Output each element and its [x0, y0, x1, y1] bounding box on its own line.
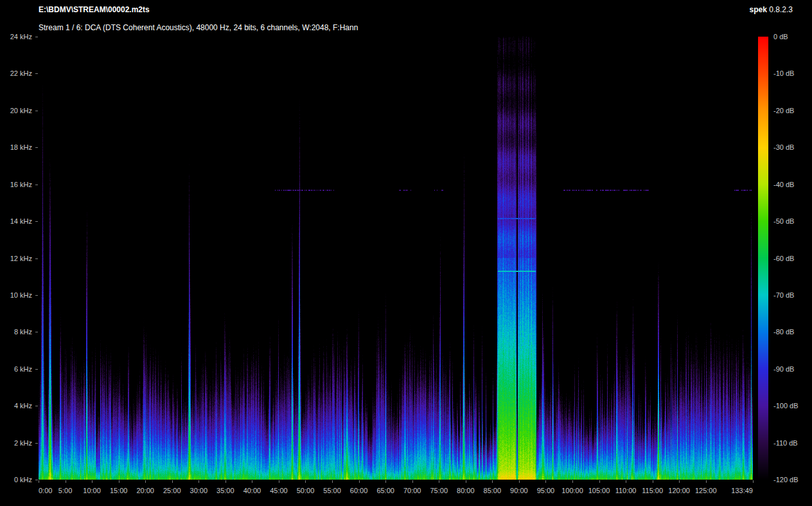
time-tick	[412, 480, 413, 483]
time-tick-label: 115:00	[642, 487, 663, 494]
freq-tick-label: 4 kHz	[0, 402, 32, 410]
db-tick-label: -70 dB	[773, 291, 794, 299]
db-tick-label: -20 dB	[773, 107, 794, 114]
time-tick-label: 110:00	[615, 487, 637, 494]
time-tick-label: 20:00	[136, 487, 154, 494]
time-tick	[359, 480, 360, 483]
time-tick	[439, 480, 439, 483]
time-tick	[225, 480, 226, 483]
freq-tick-label: 20 kHz	[0, 107, 32, 114]
time-tick-label: 90:00	[510, 487, 528, 494]
time-tick	[66, 480, 66, 483]
freq-tick	[35, 443, 38, 444]
time-tick	[305, 480, 306, 483]
db-tick-label: -50 dB	[773, 217, 794, 225]
time-tick-label: 15:00	[110, 487, 128, 494]
freq-tick	[35, 185, 38, 185]
freq-tick	[35, 480, 38, 480]
freq-tick	[35, 147, 38, 148]
freq-tick	[35, 369, 38, 370]
time-tick	[706, 480, 707, 483]
time-tick-label: 75:00	[430, 487, 448, 494]
freq-tick-label: 2 kHz	[0, 439, 32, 447]
time-tick	[572, 480, 573, 483]
file-path: E:\BDMV\STREAM\00002.m2ts	[39, 5, 150, 14]
freq-tick-label: 8 kHz	[0, 328, 32, 336]
db-tick-label: 0 dB	[773, 33, 788, 41]
db-tick-label: -90 dB	[773, 365, 794, 373]
db-tick-label: -40 dB	[773, 181, 794, 188]
time-tick-label: 10:00	[83, 487, 101, 494]
time-tick	[279, 480, 279, 483]
legend-gradient	[758, 37, 768, 480]
time-tick	[753, 480, 754, 483]
freq-tick-label: 24 kHz	[0, 33, 32, 41]
time-tick-label: 30:00	[190, 487, 208, 494]
time-tick	[199, 480, 199, 483]
time-tick	[39, 480, 39, 483]
time-tick-label: 133:49	[731, 487, 753, 494]
time-tick	[653, 480, 653, 483]
time-tick-label: 65:00	[376, 487, 394, 494]
time-tick-label: 125:00	[695, 487, 717, 494]
db-tick-label: -120 dB	[773, 476, 799, 483]
time-tick-label: 95:00	[537, 487, 555, 494]
freq-tick	[35, 258, 38, 259]
freq-tick	[35, 37, 38, 37]
time-tick	[599, 480, 600, 483]
time-tick-label: 60:00	[350, 487, 368, 494]
freq-tick-label: 22 kHz	[0, 69, 32, 77]
db-tick-label: -110 dB	[773, 439, 798, 447]
time-tick	[145, 480, 146, 483]
stream-info: Stream 1 / 6: DCA (DTS Coherent Acoustic…	[39, 23, 358, 32]
time-tick	[172, 480, 173, 483]
time-tick-label: 80:00	[457, 487, 475, 494]
time-tick	[545, 480, 546, 483]
time-tick-label: 50:00	[297, 487, 315, 494]
freq-tick-label: 0 kHz	[0, 476, 32, 483]
db-tick-label: -60 dB	[773, 255, 794, 262]
db-tick-label: -10 dB	[773, 69, 794, 77]
time-tick	[626, 480, 626, 483]
spectrogram-canvas	[39, 37, 753, 480]
time-tick-label: 105:00	[588, 487, 610, 494]
time-tick	[92, 480, 93, 483]
freq-tick	[35, 295, 38, 296]
app-version: 0.8.2.3	[769, 5, 793, 14]
time-tick-label: 85:00	[484, 487, 502, 494]
freq-tick-label: 6 kHz	[0, 365, 32, 373]
time-tick-label: 45:00	[270, 487, 288, 494]
spek-window: E:\BDMV\STREAM\00002.m2ts spek 0.8.2.3 S…	[0, 0, 812, 506]
freq-tick-label: 16 kHz	[0, 181, 32, 188]
freq-tick	[35, 73, 38, 74]
time-tick-label: 55:00	[323, 487, 341, 494]
time-tick-label: 40:00	[243, 487, 261, 494]
db-tick-label: -100 dB	[773, 402, 799, 410]
app-name: spek	[750, 5, 767, 14]
freq-tick	[35, 221, 38, 222]
freq-tick-label: 12 kHz	[0, 255, 32, 262]
time-tick	[252, 480, 252, 483]
db-tick-label: -80 dB	[773, 328, 794, 336]
time-tick	[679, 480, 680, 483]
time-tick-label: 120:00	[668, 487, 690, 494]
time-tick-label: 25:00	[163, 487, 181, 494]
time-tick-label: 0:00	[39, 487, 52, 494]
freq-tick	[35, 406, 38, 406]
freq-tick	[35, 332, 38, 332]
time-tick	[332, 480, 333, 483]
time-tick-label: 70:00	[403, 487, 421, 494]
time-tick-label: 5:00	[58, 487, 72, 494]
freq-tick-label: 14 kHz	[0, 217, 32, 225]
time-tick-label: 35:00	[216, 487, 234, 494]
time-tick	[119, 480, 119, 483]
time-tick-label: 100:00	[561, 487, 583, 494]
freq-tick-label: 18 kHz	[0, 143, 32, 151]
freq-tick-label: 10 kHz	[0, 291, 32, 299]
db-tick-label: -30 dB	[773, 143, 794, 151]
app-title: spek 0.8.2.3	[750, 5, 793, 14]
freq-tick	[35, 111, 38, 111]
time-tick	[492, 480, 493, 483]
time-tick	[466, 480, 466, 483]
time-tick	[385, 480, 386, 483]
